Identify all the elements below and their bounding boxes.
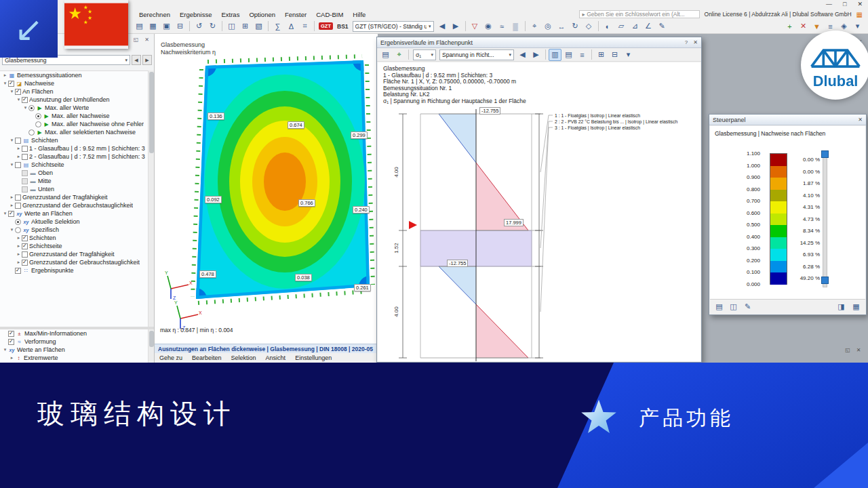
checkbox[interactable] xyxy=(22,154,28,160)
shop-icon[interactable]: ▦ xyxy=(856,11,863,18)
view-menu-item[interactable]: Einstellungen xyxy=(290,354,336,361)
menu-item[interactable]: Hilfe xyxy=(348,11,370,18)
next-result-icon[interactable]: ▶ xyxy=(530,49,542,61)
tree-item[interactable]: ▸▦Bemessungssituationen xyxy=(0,71,148,79)
control-panel-titlebar[interactable]: Steuerpanel ✕ xyxy=(709,115,866,125)
tree-item[interactable]: ▾▤Schichten xyxy=(0,136,148,144)
menu-item[interactable]: Fenster xyxy=(280,11,311,18)
panel-settings-button[interactable]: ▦ xyxy=(850,301,863,313)
tree-item[interactable]: ▶Max. aller selektierten Nachweise xyxy=(0,128,148,136)
navigator-float-icon[interactable]: ◱ xyxy=(132,35,140,43)
expander-icon[interactable]: ▾ xyxy=(2,81,8,86)
results-panel-titlebar[interactable]: Ergebnisverläufe im Flächenpunkt ? ✕ xyxy=(377,37,701,48)
tree-item[interactable]: ▶Max. aller Nachweise xyxy=(0,112,148,120)
checkbox[interactable] xyxy=(22,243,28,249)
checkbox[interactable] xyxy=(15,138,21,144)
checkbox[interactable] xyxy=(22,186,28,192)
expander-icon[interactable]: ▸ xyxy=(9,195,15,200)
smooth-contours-icon[interactable]: ▒ xyxy=(509,20,522,33)
view-menu-item[interactable]: Selektion xyxy=(226,354,261,361)
menu-item[interactable]: CAD-BIM xyxy=(311,11,348,18)
tree-item[interactable]: ≈Verformung xyxy=(0,338,148,346)
help-icon[interactable]: ? xyxy=(685,39,688,45)
print-diagram-icon[interactable]: ⊟ xyxy=(608,49,621,61)
tree-item[interactable]: ▸Grenzzustand der Gebrauchstauglichkeit xyxy=(0,201,148,209)
menu-item[interactable]: Ergebnisse xyxy=(175,11,217,18)
scale-slider-handle-top[interactable] xyxy=(821,150,829,158)
view-menu-item[interactable]: Gehe zu xyxy=(155,354,187,361)
navigator-next-icon[interactable]: ▶ xyxy=(142,55,152,65)
checkbox[interactable] xyxy=(15,195,21,201)
zoom-icon[interactable]: ◎ xyxy=(542,20,555,33)
sigma-combo[interactable]: σ₁▾ xyxy=(413,49,436,60)
previous-result-icon[interactable]: ◀ xyxy=(516,49,529,61)
radio-button[interactable] xyxy=(35,121,41,127)
navigator-previous-icon[interactable]: ◀ xyxy=(132,55,141,65)
loadcase-combo[interactable]: GZT (STR/GEO) - Ständig un...▾ xyxy=(353,21,434,32)
tree-item[interactable]: ▾▶Max. aller Werte xyxy=(0,104,148,112)
tree-item[interactable]: ▬Mitte xyxy=(0,177,148,185)
tree-item[interactable]: ▾Ausnutzung der Umhüllenden xyxy=(0,96,148,104)
scrollbar-thumb[interactable] xyxy=(149,72,154,153)
tree-item[interactable]: ▸1 - Glasaufbau | d : 9.52 mm | Schichte… xyxy=(0,144,148,152)
tree-item[interactable]: ▸Grenzzustand der Tragfähigkeit xyxy=(0,250,148,258)
view-menu-item[interactable]: Ansicht xyxy=(261,354,291,361)
tree-item[interactable]: ▬Oben xyxy=(0,169,148,177)
panel-colorscale-tab-icon[interactable]: ▤ xyxy=(713,301,726,313)
navigator-bottom-scrollbar[interactable] xyxy=(148,329,154,363)
rotate-view-icon[interactable]: ↻ xyxy=(569,20,582,33)
measure-icon[interactable]: ∠ xyxy=(642,20,655,33)
tree-item[interactable]: ▸↕Extremwerte xyxy=(0,354,148,362)
checkbox[interactable] xyxy=(22,260,28,266)
tree-item[interactable]: ▾xySpezifisch xyxy=(0,226,148,234)
visibility-icon[interactable]: ◐ xyxy=(601,20,614,33)
pointer-icon[interactable]: ⌖ xyxy=(528,20,541,33)
next-loadcase-icon[interactable]: ▶ xyxy=(450,20,462,33)
radio-button[interactable] xyxy=(28,105,35,111)
pick-point-icon[interactable]: ⌖ xyxy=(393,49,406,61)
radio-button[interactable] xyxy=(15,227,21,233)
graphics-view[interactable]: 0.1360.6740.2990.0920.7660.2400.4780.038… xyxy=(155,34,378,344)
scale-slider-track[interactable] xyxy=(823,152,827,287)
result-diagram-icon[interactable]: ≈ xyxy=(496,20,509,33)
section-icon[interactable]: ⊿ xyxy=(629,20,642,33)
expander-icon[interactable]: ▸ xyxy=(9,355,15,361)
checkbox[interactable] xyxy=(22,97,28,103)
panel-factors-tab-icon[interactable]: ◫ xyxy=(727,301,740,313)
horizontal-diagram-icon[interactable]: ▤ xyxy=(562,49,575,61)
save-icon[interactable]: ▣ xyxy=(160,20,173,33)
result-values-icon[interactable]: ◉ xyxy=(482,20,495,33)
copy-diagram-icon[interactable]: ⊞ xyxy=(595,49,608,61)
checkbox[interactable] xyxy=(15,89,21,95)
checkbox[interactable] xyxy=(8,211,14,217)
tree-item[interactable]: ▬Unten xyxy=(0,185,148,193)
tree-item[interactable]: ▶Max. aller Nachweise ohne Fehler xyxy=(0,120,148,128)
checkbox[interactable] xyxy=(22,251,28,258)
scrollbar-thumb[interactable] xyxy=(149,331,154,347)
expander-icon[interactable]: ▸ xyxy=(16,235,22,241)
tree-item[interactable]: ▸Grenzzustand der Gebrauchstauglichkeit xyxy=(0,258,148,266)
expander-icon[interactable]: ▾ xyxy=(16,97,22,102)
navigator-close-icon[interactable]: ✕ xyxy=(142,35,151,43)
previous-loadcase-icon[interactable]: ◀ xyxy=(436,20,449,33)
panels-icon[interactable]: ▧ xyxy=(252,20,265,33)
menu-item[interactable]: Optionen xyxy=(244,11,280,18)
annotate-icon[interactable]: ✎ xyxy=(656,20,669,33)
expander-icon[interactable]: ▾ xyxy=(2,211,8,216)
result-type-combo[interactable]: Spannung in Richt...▾ xyxy=(439,49,514,60)
checkbox[interactable] xyxy=(22,170,28,176)
tree-item[interactable]: ▾xyWerte an Flächen xyxy=(0,346,148,354)
print-icon[interactable]: ⊟ xyxy=(174,20,186,33)
maximize-button[interactable]: □ xyxy=(843,1,846,7)
tree-item[interactable]: ▸Schichten xyxy=(0,234,148,242)
expander-icon[interactable]: ▸ xyxy=(16,146,22,151)
restore-window-icon[interactable]: ◱ xyxy=(844,346,852,354)
close-button[interactable]: ✕ xyxy=(857,1,863,7)
expander-icon[interactable]: ▸ xyxy=(16,260,22,265)
search-input[interactable]: ▸ Geben Sie ein Schlüsselwort ein (Alt..… xyxy=(579,10,700,18)
tree-item[interactable]: ▸2 - Glasaufbau | d : 7.52 mm | Schichte… xyxy=(0,152,148,161)
close-icon[interactable]: ✕ xyxy=(693,39,698,45)
tree-item[interactable]: ▾◪Nachweise xyxy=(0,79,148,87)
checkbox[interactable] xyxy=(22,235,28,241)
menu-item[interactable]: Extras xyxy=(216,11,244,18)
